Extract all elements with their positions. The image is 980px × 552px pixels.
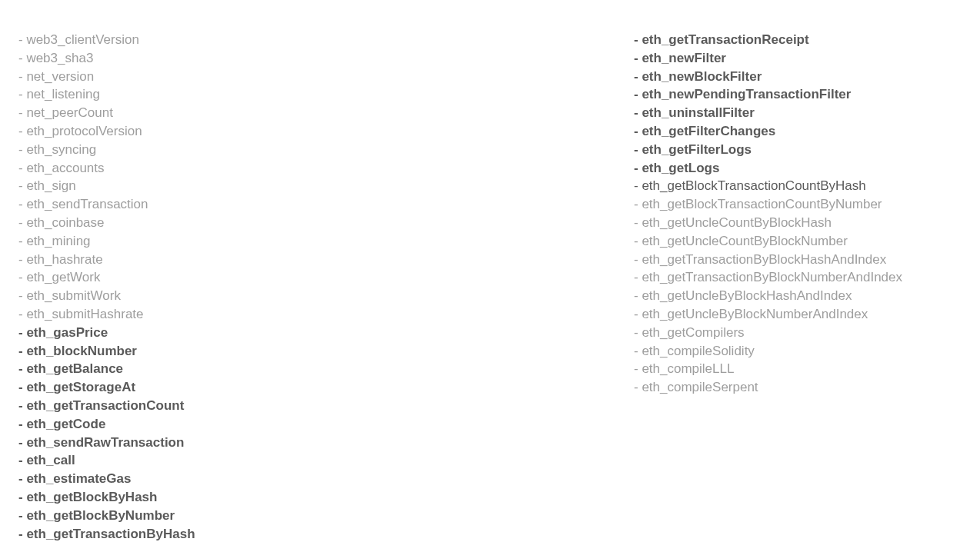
list-item: - eth_blockNumber [18, 342, 634, 361]
list-item: - eth_sendRawTransaction [18, 434, 634, 452]
list-item: - eth_syncing [18, 141, 634, 159]
list-item: - eth_getTransactionReceipt [634, 31, 965, 49]
list-item: - eth_newPendingTransactionFilter [634, 85, 965, 104]
list-item: - eth_compileSolidity [634, 342, 965, 361]
list-item: - eth_mining [18, 232, 634, 251]
list-item: - eth_getFilterLogs [634, 141, 965, 159]
list-item: - eth_getUncleByBlockHashAndIndex [634, 287, 965, 305]
list-item: - web3_clientVersion [18, 31, 634, 49]
list-item: - eth_getUncleByBlockNumberAndIndex [634, 305, 965, 324]
list-item: - eth_getBlockTransactionCountByHash [634, 177, 965, 195]
list-item: - eth_call [18, 451, 634, 470]
list-item: - eth_uninstallFilter [634, 104, 965, 122]
list-item: - eth_estimateGas [18, 470, 634, 488]
left-column: - web3_clientVersion- web3_sha3- net_ver… [18, 31, 634, 543]
list-item: - eth_getCode [18, 415, 634, 434]
list-item: - eth_getCompilers [634, 324, 965, 342]
list-item: - eth_gasPrice [18, 324, 634, 342]
list-item: - eth_sign [18, 177, 634, 195]
list-item: - eth_protocolVersion [18, 122, 634, 141]
api-method-columns: - web3_clientVersion- web3_sha3- net_ver… [18, 31, 962, 543]
list-item: - eth_newFilter [634, 49, 965, 68]
list-item: - net_version [18, 68, 634, 86]
list-item: - eth_submitWork [18, 287, 634, 305]
list-item: - eth_compileLLL [634, 360, 965, 378]
list-item: - eth_accounts [18, 159, 634, 178]
list-item: - eth_getUncleCountByBlockNumber [634, 232, 965, 251]
list-item: - eth_getTransactionByBlockNumberAndInde… [634, 268, 965, 287]
list-item: - eth_getLogs [634, 159, 965, 178]
list-item: - eth_compileSerpent [634, 378, 965, 397]
list-item: - net_peerCount [18, 104, 634, 122]
list-item: - net_listening [18, 85, 634, 104]
list-item: - eth_getFilterChanges [634, 122, 965, 141]
list-item: - eth_hashrate [18, 251, 634, 269]
list-item: - eth_getWork [18, 268, 634, 287]
list-item: - eth_getBalance [18, 360, 634, 378]
list-item: - eth_getTransactionByBlockHashAndIndex [634, 251, 965, 269]
list-item: - eth_getBlockTransactionCountByNumber [634, 195, 965, 214]
list-item: - eth_sendTransaction [18, 195, 634, 214]
list-item: - eth_newBlockFilter [634, 68, 965, 86]
list-item: - eth_getTransactionCount [18, 397, 634, 415]
list-item: - eth_getUncleCountByBlockHash [634, 214, 965, 232]
list-item: - eth_getStorageAt [18, 378, 634, 397]
list-item: - eth_submitHashrate [18, 305, 634, 324]
list-item: - web3_sha3 [18, 49, 634, 68]
list-item: - eth_getBlockByHash [18, 488, 634, 507]
right-column: - eth_getTransactionReceipt- eth_newFilt… [634, 31, 965, 543]
list-item: - eth_getTransactionByHash [18, 525, 634, 544]
list-item: - eth_coinbase [18, 214, 634, 232]
list-item: - eth_getBlockByNumber [18, 507, 634, 525]
